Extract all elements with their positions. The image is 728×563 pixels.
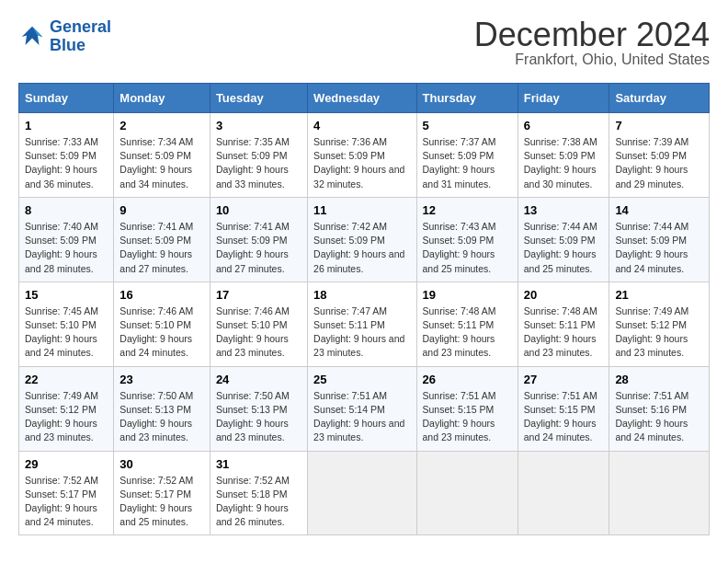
calendar-week-row: 22 Sunrise: 7:49 AMSunset: 5:12 PMDaylig… [19,366,710,451]
day-info: Sunrise: 7:48 AMSunset: 5:11 PMDaylight:… [423,305,496,359]
day-number: 29 [25,457,108,471]
day-number: 14 [615,203,703,217]
day-number: 11 [313,203,410,217]
table-row: 18 Sunrise: 7:47 AMSunset: 5:11 PMDaylig… [308,282,416,366]
day-number: 22 [25,373,108,386]
table-row: 11 Sunrise: 7:42 AMSunset: 5:09 PMDaylig… [308,197,416,282]
day-info: Sunrise: 7:42 AMSunset: 5:09 PMDaylight:… [313,221,404,274]
day-info: Sunrise: 7:39 AMSunset: 5:09 PMDaylight:… [615,136,688,190]
day-info: Sunrise: 7:50 AMSunset: 5:13 PMDaylight:… [119,390,193,443]
day-number: 12 [423,203,512,217]
table-row: 8 Sunrise: 7:40 AMSunset: 5:09 PMDayligh… [19,197,114,282]
table-row: 30 Sunrise: 7:52 AMSunset: 5:17 PMDaylig… [114,451,210,535]
day-number: 26 [423,373,512,386]
day-number: 28 [615,373,703,386]
day-number: 25 [313,373,410,386]
day-info: Sunrise: 7:48 AMSunset: 5:11 PMDaylight:… [524,305,597,359]
day-info: Sunrise: 7:41 AMSunset: 5:09 PMDaylight:… [216,221,290,274]
day-number: 2 [119,119,204,132]
day-info: Sunrise: 7:40 AMSunset: 5:09 PMDaylight:… [25,221,98,274]
table-row: 20 Sunrise: 7:48 AMSunset: 5:11 PMDaylig… [518,282,609,366]
table-row: 10 Sunrise: 7:41 AMSunset: 5:09 PMDaylig… [210,197,307,282]
month-title: December 2024 [474,18,710,52]
table-row: 4 Sunrise: 7:36 AMSunset: 5:09 PMDayligh… [308,113,416,198]
page-header: General Blue December 2024 Frankfort, Oh… [18,18,710,68]
table-row: 12 Sunrise: 7:43 AMSunset: 5:09 PMDaylig… [416,197,518,282]
day-number: 10 [216,203,301,217]
table-row: 14 Sunrise: 7:44 AMSunset: 5:09 PMDaylig… [609,197,710,282]
table-row: 31 Sunrise: 7:52 AMSunset: 5:18 PMDaylig… [210,451,307,535]
table-row: 26 Sunrise: 7:51 AMSunset: 5:15 PMDaylig… [416,366,518,451]
table-row: 5 Sunrise: 7:37 AMSunset: 5:09 PMDayligh… [416,113,518,198]
table-row: 2 Sunrise: 7:34 AMSunset: 5:09 PMDayligh… [114,113,210,198]
day-number: 13 [524,203,604,217]
logo-text: General Blue [50,18,111,55]
day-number: 30 [119,457,204,471]
table-row [308,451,416,535]
day-number: 7 [615,119,703,132]
title-area: December 2024 Frankfort, Ohio, United St… [474,18,710,68]
day-info: Sunrise: 7:47 AMSunset: 5:11 PMDaylight:… [313,305,404,359]
day-info: Sunrise: 7:44 AMSunset: 5:09 PMDaylight:… [615,221,688,274]
logo-icon [18,23,46,51]
col-wednesday: Wednesday [308,84,416,113]
location-title: Frankfort, Ohio, United States [474,52,710,68]
table-row [416,451,518,535]
table-row: 13 Sunrise: 7:44 AMSunset: 5:09 PMDaylig… [518,197,609,282]
calendar-header-row: Sunday Monday Tuesday Wednesday Thursday… [19,84,710,113]
day-info: Sunrise: 7:49 AMSunset: 5:12 PMDaylight:… [615,305,688,359]
table-row: 17 Sunrise: 7:46 AMSunset: 5:10 PMDaylig… [210,282,307,366]
calendar-week-row: 8 Sunrise: 7:40 AMSunset: 5:09 PMDayligh… [19,197,710,282]
day-info: Sunrise: 7:51 AMSunset: 5:15 PMDaylight:… [524,390,597,443]
table-row: 6 Sunrise: 7:38 AMSunset: 5:09 PMDayligh… [518,113,609,198]
table-row: 7 Sunrise: 7:39 AMSunset: 5:09 PMDayligh… [609,113,710,198]
day-info: Sunrise: 7:49 AMSunset: 5:12 PMDaylight:… [25,390,98,443]
day-info: Sunrise: 7:46 AMSunset: 5:10 PMDaylight:… [216,305,290,359]
day-info: Sunrise: 7:34 AMSunset: 5:09 PMDaylight:… [119,136,193,190]
logo: General Blue [18,18,111,55]
calendar-table: Sunday Monday Tuesday Wednesday Thursday… [18,83,710,535]
day-info: Sunrise: 7:43 AMSunset: 5:09 PMDaylight:… [423,221,496,274]
table-row: 22 Sunrise: 7:49 AMSunset: 5:12 PMDaylig… [19,366,114,451]
day-info: Sunrise: 7:51 AMSunset: 5:16 PMDaylight:… [615,390,688,443]
day-info: Sunrise: 7:45 AMSunset: 5:10 PMDaylight:… [25,305,98,359]
col-monday: Monday [114,84,210,113]
day-number: 31 [216,457,301,471]
day-number: 27 [524,373,604,386]
table-row: 27 Sunrise: 7:51 AMSunset: 5:15 PMDaylig… [518,366,609,451]
day-number: 16 [119,288,204,302]
day-info: Sunrise: 7:41 AMSunset: 5:09 PMDaylight:… [119,221,193,274]
table-row: 21 Sunrise: 7:49 AMSunset: 5:12 PMDaylig… [609,282,710,366]
table-row: 19 Sunrise: 7:48 AMSunset: 5:11 PMDaylig… [416,282,518,366]
table-row: 28 Sunrise: 7:51 AMSunset: 5:16 PMDaylig… [609,366,710,451]
day-number: 20 [524,288,604,302]
table-row: 24 Sunrise: 7:50 AMSunset: 5:13 PMDaylig… [210,366,307,451]
col-friday: Friday [518,84,609,113]
calendar-week-row: 29 Sunrise: 7:52 AMSunset: 5:17 PMDaylig… [19,451,710,535]
day-number: 15 [25,288,108,302]
day-info: Sunrise: 7:51 AMSunset: 5:14 PMDaylight:… [313,390,404,443]
day-info: Sunrise: 7:46 AMSunset: 5:10 PMDaylight:… [119,305,193,359]
calendar-week-row: 1 Sunrise: 7:33 AMSunset: 5:09 PMDayligh… [19,113,710,198]
day-number: 9 [119,203,204,217]
day-info: Sunrise: 7:52 AMSunset: 5:18 PMDaylight:… [216,475,290,528]
day-number: 24 [216,373,301,386]
col-tuesday: Tuesday [210,84,307,113]
day-number: 19 [423,288,512,302]
day-info: Sunrise: 7:44 AMSunset: 5:09 PMDaylight:… [524,221,597,274]
day-number: 3 [216,119,301,132]
day-number: 6 [524,119,604,132]
day-number: 4 [313,119,410,132]
day-number: 1 [25,119,108,132]
table-row [518,451,609,535]
day-number: 17 [216,288,301,302]
day-info: Sunrise: 7:36 AMSunset: 5:09 PMDaylight:… [313,136,404,190]
col-thursday: Thursday [416,84,518,113]
day-number: 8 [25,203,108,217]
day-number: 23 [119,373,204,386]
table-row: 25 Sunrise: 7:51 AMSunset: 5:14 PMDaylig… [308,366,416,451]
table-row [609,451,710,535]
table-row: 15 Sunrise: 7:45 AMSunset: 5:10 PMDaylig… [19,282,114,366]
day-info: Sunrise: 7:50 AMSunset: 5:13 PMDaylight:… [216,390,290,443]
day-number: 5 [423,119,512,132]
